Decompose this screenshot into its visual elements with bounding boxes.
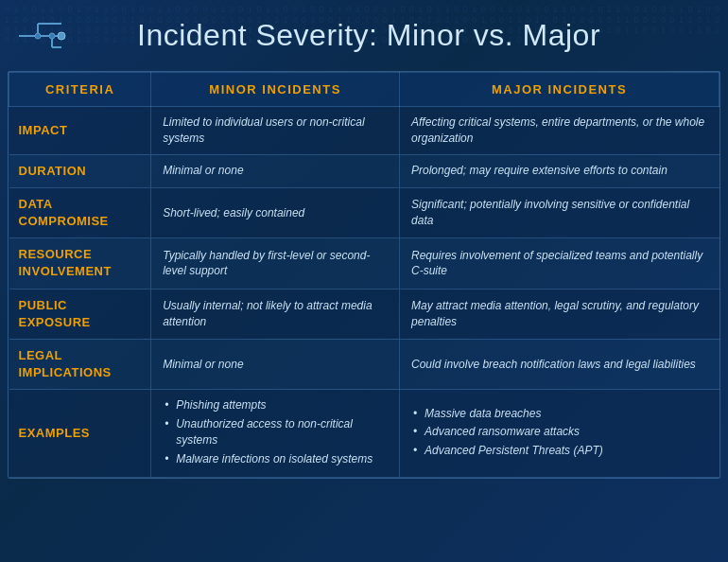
major-cell: Affecting critical systems, entire depar…	[400, 107, 719, 155]
table-row: DATA COMPROMISEShort-lived; easily conta…	[9, 187, 719, 237]
criteria-cell: IMPACT	[9, 107, 151, 155]
table-row: RESOURCE INVOLVEMENTTypically handled by…	[9, 238, 719, 289]
table-row: IMPACTLimited to individual users or non…	[9, 107, 719, 155]
minor-cell: Short-lived; easily contained	[151, 187, 400, 237]
minor-cell: Usually internal; not likely to attract …	[151, 289, 400, 339]
minor-cell: Typically handled by first-level or seco…	[151, 238, 400, 289]
table-row: PUBLIC EXPOSUREUsually internal; not lik…	[9, 289, 719, 339]
svg-point-5	[58, 32, 65, 40]
minor-cell: Minimal or none	[151, 339, 400, 389]
header-icon	[9, 9, 123, 61]
major-cell: May attract media attention, legal scrut…	[400, 289, 719, 339]
table-container: CRITERIA MINOR INCIDENTS MAJOR INCIDENTS…	[8, 71, 720, 479]
comparison-table: CRITERIA MINOR INCIDENTS MAJOR INCIDENTS…	[9, 72, 719, 478]
svg-point-6	[35, 33, 41, 39]
criteria-cell: EXAMPLES	[9, 390, 151, 478]
criteria-cell: DURATION	[9, 154, 151, 187]
minor-cell: Limited to individual users or non-criti…	[151, 107, 400, 155]
col-header-minor: MINOR INCIDENTS	[151, 73, 400, 107]
page-title: Incident Severity: Minor vs. Major	[137, 18, 600, 53]
page-wrapper: 0 1 0 0 1 1 0 0 1 0 1 1 0 0 1 0 0 1 1 0 …	[0, 0, 728, 562]
col-header-criteria: CRITERIA	[9, 73, 151, 107]
major-cell: Massive data breachesAdvanced ransomware…	[400, 390, 719, 478]
header: Incident Severity: Minor vs. Major	[0, 0, 728, 71]
minor-cell: Phishing attemptsUnauthorized access to …	[151, 390, 400, 478]
criteria-cell: PUBLIC EXPOSURE	[9, 289, 151, 339]
table-row: EXAMPLESPhishing attemptsUnauthorized ac…	[9, 390, 719, 478]
table-row: DURATIONMinimal or noneProlonged; may re…	[9, 154, 719, 187]
major-cell: Requires involvement of specialized team…	[400, 238, 719, 289]
col-header-major: MAJOR INCIDENTS	[400, 73, 719, 107]
criteria-cell: DATA COMPROMISE	[9, 187, 151, 237]
criteria-cell: LEGAL IMPLICATIONS	[9, 339, 151, 389]
major-cell: Could involve breach notification laws a…	[400, 339, 719, 389]
svg-point-7	[49, 33, 55, 39]
criteria-cell: RESOURCE INVOLVEMENT	[9, 238, 151, 289]
table-header-row: CRITERIA MINOR INCIDENTS MAJOR INCIDENTS	[9, 73, 719, 107]
major-cell: Significant; potentially involving sensi…	[400, 187, 719, 237]
major-cell: Prolonged; may require extensive efforts…	[400, 154, 719, 187]
table-row: LEGAL IMPLICATIONSMinimal or noneCould i…	[9, 339, 719, 389]
minor-cell: Minimal or none	[151, 154, 400, 187]
